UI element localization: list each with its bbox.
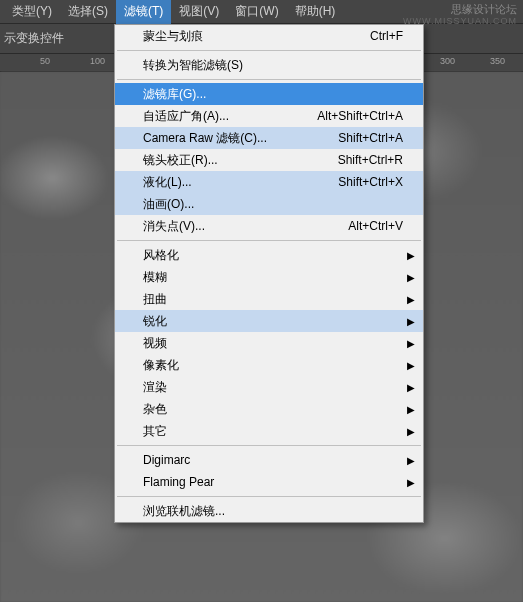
menu-item[interactable]: 其它▶ [115,420,423,442]
menu-item-label: Camera Raw 滤镜(C)... [143,130,338,147]
menu-item[interactable]: 像素化▶ [115,354,423,376]
menu-item-label: Flaming Pear [143,475,403,489]
menu-item-label: 扭曲 [143,291,403,308]
menu-shortcut: Ctrl+F [370,29,403,43]
menu-item-label: 模糊 [143,269,403,286]
chevron-right-icon: ▶ [407,426,415,437]
menu-shortcut: Shift+Ctrl+A [338,131,403,145]
chevron-right-icon: ▶ [407,382,415,393]
chevron-right-icon: ▶ [407,477,415,488]
menu-shortcut: Shift+Ctrl+X [338,175,403,189]
menu-item-label: 浏览联机滤镜... [143,503,403,520]
menu-item-label: 渲染 [143,379,403,396]
menu-1[interactable]: 选择(S) [60,0,116,24]
menu-item-label: 视频 [143,335,403,352]
menu-item[interactable]: 自适应广角(A)...Alt+Shift+Ctrl+A [115,105,423,127]
menu-item[interactable]: 消失点(V)...Alt+Ctrl+V [115,215,423,237]
menu-item[interactable]: Flaming Pear▶ [115,471,423,493]
watermark-text: 思缘设计论坛 [451,2,517,17]
menu-item[interactable]: 液化(L)...Shift+Ctrl+X [115,171,423,193]
menu-shortcut: Alt+Ctrl+V [348,219,403,233]
menu-item[interactable]: 渲染▶ [115,376,423,398]
menu-separator [117,445,421,446]
menu-item-label: 自适应广角(A)... [143,108,317,125]
chevron-right-icon: ▶ [407,294,415,305]
menu-separator [117,496,421,497]
menu-2[interactable]: 滤镜(T) [116,0,171,24]
toolbar-label: 示变换控件 [4,30,64,47]
chevron-right-icon: ▶ [407,316,415,327]
menu-item-label: 液化(L)... [143,174,338,191]
menu-item-label: 杂色 [143,401,403,418]
chevron-right-icon: ▶ [407,404,415,415]
menu-item-label: 锐化 [143,313,403,330]
menu-separator [117,240,421,241]
menu-item[interactable]: 蒙尘与划痕Ctrl+F [115,25,423,47]
ruler-mark: 300 [440,56,455,66]
menu-item-label: 滤镜库(G)... [143,86,403,103]
ruler-mark: 100 [90,56,105,66]
menu-item-label: 镜头校正(R)... [143,152,338,169]
menu-item-label: Digimarc [143,453,403,467]
filter-menu-dropdown: 蒙尘与划痕Ctrl+F转换为智能滤镜(S)滤镜库(G)...自适应广角(A)..… [114,24,424,523]
chevron-right-icon: ▶ [407,338,415,349]
menu-item-label: 油画(O)... [143,196,403,213]
menu-item[interactable]: Digimarc▶ [115,449,423,471]
ruler-mark: 50 [40,56,50,66]
watermark-url: WWW.MISSYUAN.COM [403,16,517,26]
menu-item-label: 像素化 [143,357,403,374]
menu-separator [117,50,421,51]
ruler-mark: 350 [490,56,505,66]
chevron-right-icon: ▶ [407,272,415,283]
menu-4[interactable]: 窗口(W) [227,0,286,24]
menu-item[interactable]: Camera Raw 滤镜(C)...Shift+Ctrl+A [115,127,423,149]
chevron-right-icon: ▶ [407,250,415,261]
chevron-right-icon: ▶ [407,360,415,371]
menu-item[interactable]: 浏览联机滤镜... [115,500,423,522]
menu-item[interactable]: 扭曲▶ [115,288,423,310]
chevron-right-icon: ▶ [407,455,415,466]
menu-shortcut: Alt+Shift+Ctrl+A [317,109,403,123]
menu-item-label: 风格化 [143,247,403,264]
menu-3[interactable]: 视图(V) [171,0,227,24]
menu-item[interactable]: 转换为智能滤镜(S) [115,54,423,76]
menu-item-label: 转换为智能滤镜(S) [143,57,403,74]
menu-item-label: 消失点(V)... [143,218,348,235]
menu-item[interactable]: 风格化▶ [115,244,423,266]
menu-item[interactable]: 杂色▶ [115,398,423,420]
menu-item[interactable]: 滤镜库(G)... [115,83,423,105]
menu-separator [117,79,421,80]
menu-shortcut: Shift+Ctrl+R [338,153,403,167]
menu-item-label: 其它 [143,423,403,440]
menu-0[interactable]: 类型(Y) [4,0,60,24]
menu-item[interactable]: 模糊▶ [115,266,423,288]
menu-item[interactable]: 视频▶ [115,332,423,354]
menu-item[interactable]: 镜头校正(R)...Shift+Ctrl+R [115,149,423,171]
menu-5[interactable]: 帮助(H) [287,0,344,24]
menu-item[interactable]: 锐化▶ [115,310,423,332]
menu-item-label: 蒙尘与划痕 [143,28,370,45]
menu-item[interactable]: 油画(O)... [115,193,423,215]
